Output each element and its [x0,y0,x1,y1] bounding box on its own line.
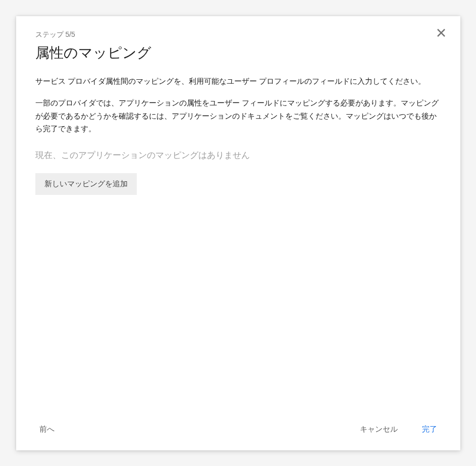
step-indicator: ステップ 5/5 [35,30,441,39]
dialog-header: ステップ 5/5 属性のマッピング [16,16,460,75]
dialog-title: 属性のマッピング [35,43,441,63]
description-paragraph-1: サービス プロバイダ属性間のマッピングを、利用可能なユーザー プロフィールのフィ… [35,75,441,88]
footer-right: キャンセル 完了 [356,423,441,436]
cancel-button[interactable]: キャンセル [356,423,402,436]
empty-mapping-message: 現在、このアプリケーションのマッピングはありません [35,149,441,161]
dialog-footer: 前へ キャンセル 完了 [16,412,460,450]
footer-left: 前へ [35,423,356,436]
attribute-mapping-dialog: ステップ 5/5 属性のマッピング サービス プロバイダ属性間のマッピングを、利… [16,16,460,450]
dialog-body: サービス プロバイダ属性間のマッピングを、利用可能なユーザー プロフィールのフィ… [16,75,460,412]
add-mapping-button[interactable]: 新しいマッピングを追加 [35,173,137,195]
close-icon [437,27,445,40]
description-paragraph-2: 一部のプロバイダでは、アプリケーションの属性をユーザー フィールドにマッピングす… [35,96,441,135]
finish-button[interactable]: 完了 [418,423,441,436]
back-button[interactable]: 前へ [35,423,59,436]
close-button[interactable] [435,27,447,39]
